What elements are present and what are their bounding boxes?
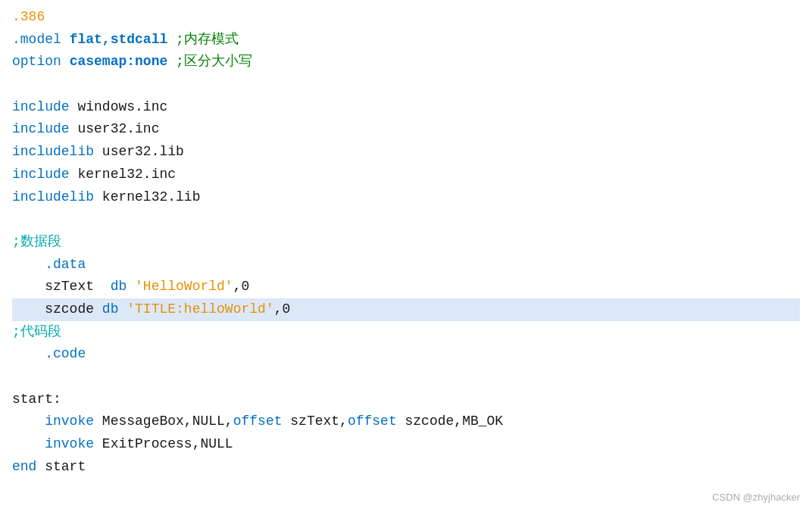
- code-line: .code: [12, 343, 800, 366]
- code-line: end start: [12, 456, 800, 479]
- code-token: includelib: [12, 189, 94, 204]
- code-token: start:: [12, 392, 61, 407]
- code-token: [118, 301, 126, 317]
- code-token: offset: [233, 414, 283, 429]
- code-token: szcode: [12, 301, 102, 317]
- code-token: db: [102, 301, 119, 317]
- code-token: end: [12, 459, 36, 474]
- code-token: ;内存模式: [176, 32, 239, 47]
- watermark: CSDN @zhyjhacker: [712, 490, 800, 506]
- code-token: includelib: [12, 144, 94, 159]
- code-token: invoke: [12, 414, 94, 429]
- code-line: option casemap:none ;区分大小写: [12, 51, 800, 73]
- code-token: user32.inc: [70, 121, 160, 136]
- code-line: include kernel32.inc: [12, 164, 800, 186]
- code-line: .data: [12, 254, 800, 276]
- code-line: szcode db 'TITLE:helloWorld',0: [12, 298, 800, 321]
- code-line: includelib user32.lib: [12, 141, 800, 164]
- code-token: [167, 32, 176, 47]
- code-line: .386: [12, 6, 800, 29]
- code-line: include windows.inc: [12, 96, 800, 119]
- code-token: include: [12, 121, 70, 136]
- code-line: invoke ExitProcess,NULL: [12, 433, 800, 456]
- code-token: start: [36, 459, 86, 474]
- code-content: .386.model flat,stdcall ;内存模式option case…: [12, 6, 800, 478]
- code-token: ,0: [233, 279, 250, 294]
- code-line: szText db 'HelloWorld',0: [12, 276, 800, 298]
- code-token: .code: [12, 346, 86, 361]
- code-line: start:: [12, 389, 800, 411]
- code-editor: .386.model flat,stdcall ;内存模式option case…: [0, 0, 812, 515]
- code-token: invoke: [12, 436, 94, 451]
- code-line: ;数据段: [12, 231, 800, 254]
- code-token: kernel32.lib: [94, 189, 200, 204]
- code-token: MessageBox,NULL,: [94, 414, 233, 429]
- code-token: option: [12, 54, 70, 69]
- code-token: include: [12, 99, 70, 114]
- code-line: [12, 73, 800, 96]
- code-token: .386: [12, 9, 45, 24]
- code-token: offset: [348, 414, 397, 429]
- code-token: kernel32.inc: [70, 167, 176, 182]
- code-token: ;代码段: [12, 324, 61, 339]
- code-token: ,0: [274, 301, 291, 317]
- code-token: ;数据段: [12, 234, 61, 249]
- code-token: szText,: [282, 414, 347, 429]
- code-token: [167, 54, 176, 69]
- code-token: include: [12, 167, 70, 182]
- code-token: flat,stdcall: [70, 32, 168, 47]
- code-token: .data: [12, 257, 86, 272]
- code-token: windows.inc: [70, 99, 168, 114]
- code-token: ;区分大小写: [176, 54, 252, 69]
- code-line: include user32.inc: [12, 118, 800, 141]
- code-line: invoke MessageBox,NULL,offset szText,off…: [12, 410, 800, 433]
- code-token: ExitProcess,NULL: [94, 436, 233, 451]
- code-token: casemap:none: [70, 54, 168, 69]
- code-token: szcode,MB_OK: [397, 414, 503, 429]
- code-token: db: [111, 279, 127, 294]
- code-token: 'HelloWorld': [135, 279, 233, 294]
- code-line: ;代码段: [12, 321, 800, 344]
- code-line: includelib kernel32.lib: [12, 186, 800, 209]
- code-line: .model flat,stdcall ;内存模式: [12, 29, 800, 52]
- code-token: 'TITLE:helloWorld': [126, 301, 273, 317]
- code-token: szText: [12, 279, 111, 294]
- code-token: [126, 279, 135, 294]
- code-line: [12, 208, 800, 231]
- code-token: user32.lib: [94, 144, 184, 159]
- code-line: [12, 366, 800, 389]
- code-token: .model: [12, 32, 70, 47]
